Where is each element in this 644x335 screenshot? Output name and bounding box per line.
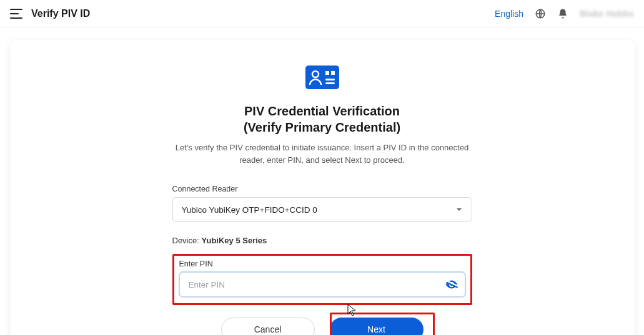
- button-row: Cancel Next: [172, 318, 472, 335]
- next-button[interactable]: Next: [330, 318, 424, 335]
- pin-input[interactable]: [180, 273, 465, 296]
- device-label-text: Device:: [172, 236, 199, 245]
- hamburger-menu-icon[interactable]: [10, 9, 22, 19]
- caret-down-icon: [455, 206, 463, 213]
- svg-rect-6: [325, 82, 335, 84]
- device-value: YubiKey 5 Series: [201, 236, 267, 245]
- main-heading-line1: PIV Credential Verification: [172, 103, 472, 119]
- subtitle-text: Let's verify the PIV credential to initi…: [172, 142, 472, 166]
- page-title: Verify PIV ID: [31, 8, 90, 19]
- connected-reader-label: Connected Reader: [172, 185, 472, 193]
- main-heading-line2: (Verify Primary Credential): [172, 119, 472, 135]
- cancel-button[interactable]: Cancel: [221, 318, 315, 335]
- pin-input-wrap: [179, 272, 465, 297]
- topbar: Verify PIV ID English Blake Hobbs: [0, 0, 644, 27]
- connected-reader-value: Yubico YubiKey OTP+FIDO+CCID 0: [182, 205, 455, 215]
- svg-rect-5: [325, 79, 335, 80]
- enter-pin-label: Enter PIN: [179, 260, 465, 268]
- device-line: Device: YubiKey 5 Series: [172, 236, 472, 245]
- connected-reader-select[interactable]: Yubico YubiKey OTP+FIDO+CCID 0: [172, 197, 472, 222]
- globe-icon[interactable]: [535, 8, 546, 19]
- svg-rect-1: [305, 66, 339, 89]
- user-name[interactable]: Blake Hobbs: [580, 9, 634, 19]
- id-badge-icon: [305, 65, 340, 90]
- svg-rect-3: [325, 71, 329, 75]
- toggle-visibility-icon[interactable]: [445, 278, 458, 291]
- language-link[interactable]: English: [495, 9, 523, 19]
- svg-rect-4: [331, 71, 335, 75]
- pin-highlight-box: Enter PIN: [172, 254, 472, 305]
- bell-icon[interactable]: [557, 8, 568, 19]
- main-card: PIV Credential Verification (Verify Prim…: [10, 40, 635, 335]
